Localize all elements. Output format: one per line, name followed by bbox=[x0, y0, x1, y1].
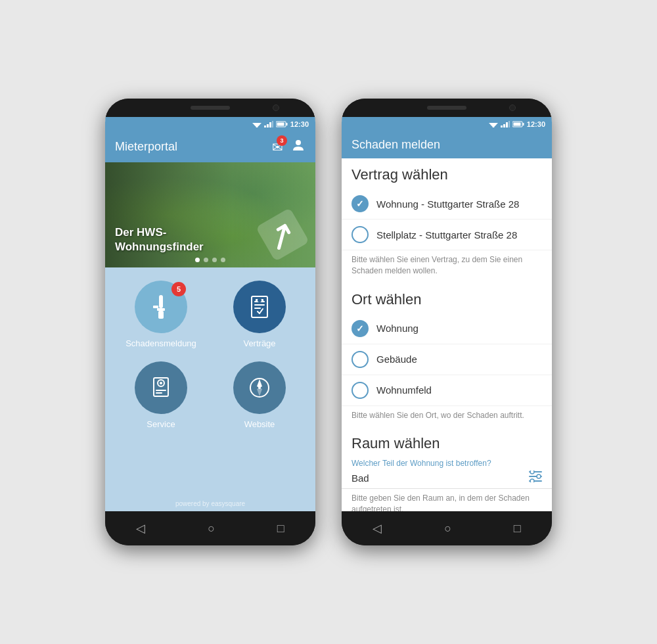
menu-item-damage[interactable]: 5 Schadensmeldung bbox=[118, 281, 204, 348]
svg-rect-39 bbox=[513, 123, 520, 126]
bottom-nav-1: ◁ ○ □ bbox=[105, 511, 315, 545]
bottom-nav-2: ◁ ○ □ bbox=[342, 511, 552, 545]
status-icons-2: 12:30 bbox=[489, 120, 545, 128]
camera-1 bbox=[273, 104, 279, 111]
signal-icon bbox=[264, 121, 273, 127]
radio-gebaeude-unchecked bbox=[351, 351, 369, 368]
mail-icon-wrap: ✉ 3 bbox=[272, 139, 283, 155]
svg-rect-3 bbox=[264, 126, 266, 127]
radio-gebaeude-label: Gebäude bbox=[376, 354, 417, 365]
dot-4 bbox=[221, 258, 225, 262]
screen-1: 12:30 Mieterportal ✉ 3 bbox=[105, 117, 315, 511]
banner-text: Der HWS- Wohnungsfinder bbox=[115, 225, 204, 254]
service-icon bbox=[148, 375, 173, 400]
radio-wohnung-ort[interactable]: Wohnung bbox=[342, 313, 552, 344]
website-icon-circle bbox=[233, 361, 286, 414]
status-icons-1: 12:30 bbox=[252, 120, 309, 128]
svg-rect-12 bbox=[157, 308, 165, 311]
svg-rect-33 bbox=[501, 126, 503, 127]
svg-rect-17 bbox=[254, 304, 265, 306]
svg-rect-5 bbox=[269, 122, 271, 127]
powered-by: powered by easysquare bbox=[105, 496, 315, 511]
dot-2 bbox=[204, 258, 208, 262]
ort-hint: Bitte wählen Sie den Ort, wo der Schaden… bbox=[342, 406, 552, 428]
speaker-1 bbox=[191, 106, 230, 110]
banner-1: Der HWS- Wohnungsfinder bbox=[105, 162, 315, 267]
service-label: Service bbox=[147, 419, 175, 429]
svg-marker-28 bbox=[257, 379, 262, 388]
plumbing-icon bbox=[148, 294, 174, 320]
svg-marker-29 bbox=[257, 388, 262, 396]
website-label: Website bbox=[244, 419, 275, 429]
dot-3 bbox=[212, 258, 217, 262]
wifi-icon bbox=[252, 121, 261, 127]
damage-icon-circle: 5 bbox=[135, 281, 187, 333]
camera-2 bbox=[509, 104, 516, 111]
phone-top-bar-1 bbox=[105, 99, 315, 117]
menu-item-website[interactable]: Website bbox=[217, 361, 302, 429]
raum-dropdown-icon bbox=[529, 471, 542, 486]
menu-item-service[interactable]: Service bbox=[118, 361, 204, 429]
ort-section-title: Ort wählen bbox=[342, 283, 552, 313]
menu-grid: 5 Schadensmeldung Vert bbox=[105, 267, 315, 496]
svg-rect-35 bbox=[506, 122, 508, 127]
damage-badge: 5 bbox=[171, 282, 186, 296]
raum-dropdown-label: Welcher Teil der Wohnung ist betroffen? bbox=[342, 457, 552, 468]
status-bar-1: 12:30 bbox=[105, 117, 315, 131]
svg-point-45 bbox=[530, 479, 534, 482]
svg-rect-18 bbox=[254, 308, 261, 309]
contract-icon bbox=[247, 294, 272, 319]
battery-icon-2 bbox=[512, 121, 524, 127]
speaker-2 bbox=[427, 106, 466, 110]
svg-rect-25 bbox=[156, 392, 162, 394]
battery-icon bbox=[276, 121, 288, 127]
svg-point-43 bbox=[530, 471, 534, 474]
profile-icon[interactable] bbox=[291, 138, 306, 156]
wifi-icon-2 bbox=[489, 121, 498, 127]
svg-rect-36 bbox=[509, 121, 510, 127]
contracts-label: Verträge bbox=[243, 338, 275, 348]
home-button-1[interactable]: ○ bbox=[208, 522, 215, 536]
svg-point-10 bbox=[296, 140, 301, 145]
radio-stellplatz-vertrag[interactable]: Stellplatz - Stuttgarter Straße 28 bbox=[342, 219, 552, 250]
back-button-2[interactable]: ◁ bbox=[373, 521, 382, 536]
menu-item-contracts[interactable]: Verträge bbox=[217, 281, 302, 348]
radio-wohnung-vertrag[interactable]: Wohnung - Stuttgarter Straße 28 bbox=[342, 189, 552, 219]
phone-2: 12:30 Schaden melden Vertrag wählen Wohn… bbox=[342, 99, 552, 545]
radio-wohnung-vertrag-label: Wohnung - Stuttgarter Straße 28 bbox=[376, 198, 519, 210]
raum-dropdown[interactable]: Bad bbox=[342, 468, 552, 489]
damage-screen-content[interactable]: Vertrag wählen Wohnung - Stuttgarter Str… bbox=[342, 158, 552, 511]
radio-gebaeude[interactable]: Gebäude bbox=[342, 344, 552, 375]
header-icons-1: ✉ 3 bbox=[272, 138, 306, 156]
damage-label: Schadensmeldung bbox=[125, 338, 196, 348]
svg-rect-9 bbox=[277, 123, 284, 126]
back-button-1[interactable]: ◁ bbox=[136, 521, 145, 536]
home-button-2[interactable]: ○ bbox=[444, 522, 451, 536]
screen-2: 12:30 Schaden melden Vertrag wählen Wohn… bbox=[342, 117, 552, 511]
svg-rect-24 bbox=[156, 390, 166, 391]
compass-icon bbox=[247, 375, 272, 400]
radio-wohnung-checked bbox=[351, 195, 369, 212]
status-bar-2: 12:30 bbox=[342, 117, 552, 131]
svg-point-23 bbox=[160, 382, 162, 384]
svg-rect-38 bbox=[522, 123, 524, 126]
app-title-1: Mieterportal bbox=[115, 140, 177, 154]
radio-wohnumfeld-unchecked bbox=[351, 382, 369, 399]
svg-rect-11 bbox=[159, 295, 163, 308]
svg-point-44 bbox=[537, 474, 541, 478]
apps-button-1[interactable]: □ bbox=[277, 522, 284, 536]
dot-1 bbox=[195, 258, 200, 262]
raum-section-title: Raum wählen bbox=[342, 427, 552, 457]
radio-wohnumfeld-label: Wohnumfeld bbox=[376, 384, 432, 396]
radio-wohnung-ort-label: Wohnung bbox=[376, 323, 419, 334]
svg-point-20 bbox=[258, 298, 261, 302]
svg-rect-13 bbox=[158, 311, 164, 319]
apps-button-2[interactable]: □ bbox=[514, 522, 521, 536]
damage-header: Schaden melden bbox=[342, 131, 552, 158]
mail-badge: 3 bbox=[277, 135, 287, 146]
radio-wohnumfeld[interactable]: Wohnumfeld bbox=[342, 375, 552, 406]
phone-1: 12:30 Mieterportal ✉ 3 bbox=[105, 99, 315, 545]
svg-rect-34 bbox=[503, 124, 505, 127]
app-header-1: Mieterportal ✉ 3 bbox=[105, 131, 315, 162]
raum-dropdown-value: Bad bbox=[351, 472, 529, 484]
